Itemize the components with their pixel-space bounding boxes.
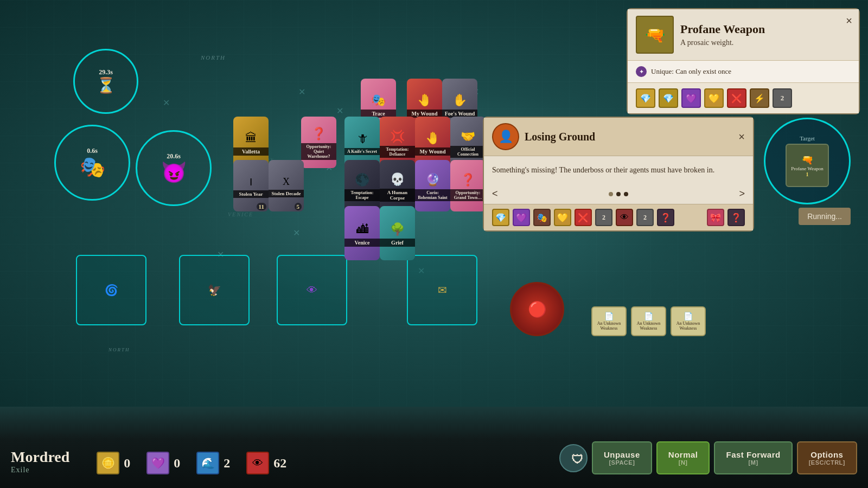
timer-top-value: 29.3s xyxy=(99,68,113,76)
event-icon-2[interactable]: 💜 xyxy=(513,209,530,226)
event-icon-5[interactable]: ❌ xyxy=(575,209,592,226)
event-icon-4[interactable]: 💛 xyxy=(554,209,571,226)
resource-bar: 🪙 0 💜 0 🌊 2 👁 62 xyxy=(80,444,548,483)
resource-count-3: 62 xyxy=(273,456,286,471)
event-dot-1 xyxy=(609,192,613,196)
weakness-card-3[interactable]: 📄 An Unknown Weakness xyxy=(671,306,706,336)
tip-icon-5[interactable]: ❌ xyxy=(727,88,746,108)
tooltip-title: Profane Weapon xyxy=(680,22,765,36)
event-icon-7[interactable]: 👁 xyxy=(616,209,633,226)
event-running-button[interactable]: Running... xyxy=(799,208,851,225)
tooltip-panel: 🔫 Profane Weapon A prosaic weight. × ✦ U… xyxy=(627,8,860,114)
resource-icon-1: 💜 xyxy=(146,452,169,474)
bottom-bar: Mordred Exile 🪙 0 💜 0 🌊 2 👁 62 🛡 Unpause… xyxy=(0,407,868,488)
resource-count-1: 0 xyxy=(174,456,180,471)
tooltip-weapon-icon: 🔫 xyxy=(636,16,674,54)
event-dots xyxy=(609,192,628,196)
location-slot-1[interactable]: 🌀 xyxy=(76,255,146,325)
timer-circle-top[interactable]: 29.3s ⏳ xyxy=(73,49,138,114)
weakness-cards-area: 📄 An Unknown Weakness 📄 An Unknown Weakn… xyxy=(591,306,706,336)
card-opportunity-grand[interactable]: ❓ Opportunity: Grand Town… xyxy=(450,160,486,211)
event-body: Something's missing! The underboss or th… xyxy=(484,156,753,184)
options-button[interactable]: Options [ESC/CTRL] xyxy=(797,441,857,474)
event-icon-3[interactable]: 🎭 xyxy=(533,209,551,226)
event-icon-1[interactable]: 💎 xyxy=(492,209,509,226)
event-close-button[interactable]: × xyxy=(738,131,745,143)
tip-icon-3[interactable]: 💜 xyxy=(681,88,701,108)
card-opportunity-quiet[interactable]: ❓ Opportunity: Quiet Warehouse? xyxy=(301,117,336,168)
tooltip-icons-row: 💎 💎 💜 💛 ❌ ⚡ 2 xyxy=(628,82,859,113)
resource-item-3: 👁 62 xyxy=(246,452,286,474)
tip-icon-6[interactable]: ⚡ xyxy=(750,88,769,108)
timer-circle-left1[interactable]: 0.6s 🎭 xyxy=(54,125,130,201)
tip-icon-2[interactable]: 💎 xyxy=(659,88,678,108)
card-stolen-decade[interactable]: X Stolen Decade 5 xyxy=(269,160,304,211)
event-side-icon-2[interactable]: ❓ xyxy=(727,209,745,226)
resource-item-0: 🪙 0 xyxy=(97,452,130,474)
timer-left1-value: 0.6s xyxy=(87,147,98,155)
event-target-circle: Target 🔫 Profane Weapon 1 xyxy=(764,118,851,204)
location-slot-2[interactable]: 🦅 xyxy=(179,255,250,325)
tip-icon-4[interactable]: 💛 xyxy=(704,88,724,108)
tooltip-description: A prosaic weight. xyxy=(680,38,765,47)
resource-count-0: 0 xyxy=(124,456,130,471)
normal-button[interactable]: Normal [N] xyxy=(656,441,710,474)
event-next-button[interactable]: > xyxy=(739,188,745,200)
unpause-button[interactable]: Unpause [SPACE] xyxy=(592,441,652,474)
event-icon-6: 2 xyxy=(595,209,612,226)
event-panel: 👤 Losing Ground × Something's missing! T… xyxy=(483,117,754,232)
timer-circle-left2[interactable]: 20.6s 😈 xyxy=(136,130,212,206)
timer-left2-value: 20.6s xyxy=(167,152,181,160)
location-slot-3[interactable]: 👁 xyxy=(277,255,347,325)
event-icon-8: 2 xyxy=(636,209,654,226)
event-icons-row: 💎 💜 🎭 💛 ❌ 2 👁 2 ❓ 🎀 ❓ xyxy=(484,204,753,230)
card-curio-bohemian[interactable]: 🔮 Curio: Bohemian Saint xyxy=(415,160,450,211)
player-subtitle: Exile xyxy=(11,466,69,474)
resource-item-2: 🌊 2 xyxy=(196,452,230,474)
resource-item-1: 💜 0 xyxy=(146,452,180,474)
weakness-card-2[interactable]: 📄 An Unknown Weakness xyxy=(631,306,666,336)
card-grief[interactable]: 🌳 Grief xyxy=(380,206,415,260)
map-label-north: NORTH xyxy=(201,54,226,61)
event-target-label: Target xyxy=(800,135,815,142)
event-avatar: 👤 xyxy=(492,123,519,150)
event-prev-button[interactable]: < xyxy=(492,188,498,200)
player-info: Mordred Exile xyxy=(0,440,80,483)
card-venice[interactable]: 🏙 Venice xyxy=(344,206,380,260)
tooltip-close-button[interactable]: × xyxy=(846,15,852,27)
map-label-med: NORTH xyxy=(108,347,130,352)
resource-icon-2: 🌊 xyxy=(196,452,219,474)
resource-icon-3: 👁 xyxy=(246,452,269,474)
event-target-card[interactable]: 🔫 Profane Weapon 1 xyxy=(786,144,829,187)
event-dot-2 xyxy=(616,192,621,196)
event-title: Losing Ground xyxy=(525,131,733,143)
card-temptation-escape[interactable]: 🌑 Temptation: Escape xyxy=(344,160,380,211)
location-slot-4[interactable]: ✉ xyxy=(407,255,477,325)
fast-forward-button[interactable]: Fast Forward [M] xyxy=(714,441,792,474)
resource-icon-0: 🪙 xyxy=(97,452,119,474)
control-buttons: 🛡 Unpause [SPACE] Normal [N] Fast Forwar… xyxy=(548,433,868,483)
event-nav: < > xyxy=(484,184,753,204)
event-side-icon-1[interactable]: 🎀 xyxy=(707,209,724,226)
unique-icon: ✦ xyxy=(636,66,647,77)
map-label-venice: Venice xyxy=(228,211,253,217)
resource-count-2: 2 xyxy=(224,456,230,471)
shield-button[interactable]: 🛡 xyxy=(559,444,588,472)
event-dot-3 xyxy=(624,192,628,196)
player-name: Mordred xyxy=(11,448,69,466)
card-stolen-year[interactable]: Ⅰ Stolen Year 11 xyxy=(233,160,269,211)
tip-icon-1[interactable]: 💎 xyxy=(636,88,655,108)
red-device[interactable]: 🔴 xyxy=(510,282,564,336)
weakness-card-1[interactable]: 📄 An Unknown Weakness xyxy=(591,306,627,336)
card-human-corpse[interactable]: 💀 A Human Corpse xyxy=(380,160,415,211)
event-header: 👤 Losing Ground × xyxy=(484,118,753,156)
tip-icon-7: 2 xyxy=(773,88,792,108)
tooltip-unique-tag: ✦ Unique: Can only exist once xyxy=(636,66,851,77)
event-icon-9[interactable]: ❓ xyxy=(657,209,674,226)
